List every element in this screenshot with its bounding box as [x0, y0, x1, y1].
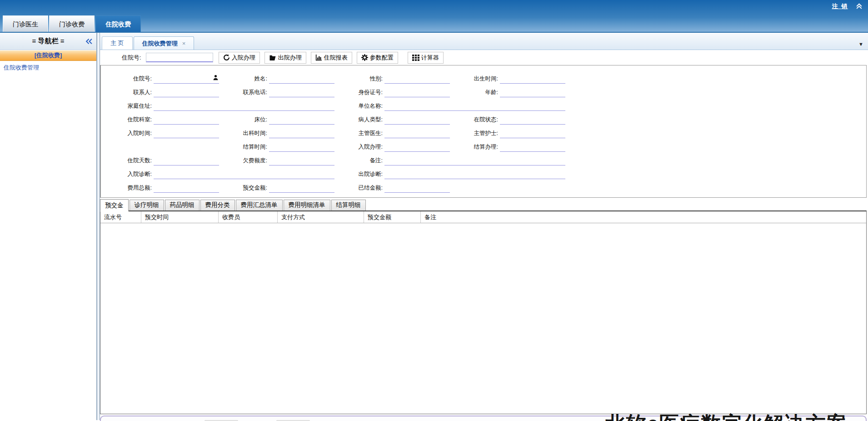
inpatient-report-button[interactable]: 住院报表: [311, 52, 352, 64]
watermark-text: 北软e医疗数字化解决方案: [605, 411, 847, 421]
col-prepaid-amount[interactable]: 预交金额: [364, 211, 421, 223]
top-header: 注 销 门诊医生 门诊收费 住院收费: [0, 0, 868, 33]
sidebar-splitter[interactable]: [97, 33, 100, 420]
field-patient-type: 病人类型:: [334, 115, 450, 125]
tab-outpatient-doctor[interactable]: 门诊医生: [3, 15, 48, 32]
field-settle-time: 结算时间:: [219, 142, 334, 152]
collapse-header-icon[interactable]: [856, 3, 863, 11]
field-value: [269, 90, 334, 97]
field-label: 预交金额:: [219, 184, 267, 193]
subtab-settlement-detail[interactable]: 结算明细: [331, 200, 366, 210]
field-value: [269, 130, 334, 138]
field-value: [269, 185, 334, 193]
table-body-empty: [100, 223, 866, 414]
field-spacer: [104, 142, 219, 152]
field-label: 性别:: [334, 75, 383, 84]
field-label: 在院状态:: [450, 116, 498, 125]
field-label: 入院诊断:: [104, 170, 152, 179]
doc-tab-inpatient-billing-mgmt[interactable]: 住院收费管理 ×: [134, 36, 195, 50]
doc-tab-home[interactable]: 主 页: [102, 36, 133, 50]
col-prepaid-time[interactable]: 预交时间: [141, 211, 219, 223]
field-value: [269, 158, 334, 165]
field-value: [384, 158, 565, 165]
discharge-button[interactable]: 出院办理: [264, 52, 306, 64]
field-value: [154, 90, 219, 97]
col-payment-method[interactable]: 支付方式: [278, 211, 364, 223]
field-settle-operator: 结算办理:: [450, 142, 565, 152]
field-label: 结算时间:: [219, 143, 267, 152]
document-tabstrip: 主 页 住院收费管理 × ▼: [100, 33, 868, 50]
field-birth-time: 出生时间:: [450, 74, 565, 84]
field-label: 住院天数:: [104, 157, 152, 165]
col-remark[interactable]: 备注: [421, 211, 866, 223]
field-value: [154, 76, 219, 84]
field-label: 结算办理:: [450, 143, 498, 152]
field-value: [384, 130, 450, 138]
col-cashier[interactable]: 收费员: [219, 211, 278, 223]
field-value: [154, 117, 219, 125]
field-value: [384, 144, 450, 152]
tab-outpatient-billing[interactable]: 门诊收费: [49, 15, 95, 32]
field-label: 费用总额:: [104, 184, 152, 193]
calculator-button-label: 计算器: [421, 54, 439, 62]
field-label: 年龄:: [450, 89, 498, 97]
field-chief-nurse: 主管护士:: [450, 128, 565, 138]
subtab-treatment-detail[interactable]: 诊疗明细: [130, 200, 164, 210]
field-label: 欠费额度:: [219, 157, 267, 165]
person-icon[interactable]: [213, 74, 218, 82]
field-label: 姓名:: [219, 75, 267, 84]
parameter-config-button[interactable]: 参数配置: [357, 52, 398, 64]
prepaid-table: 流水号 预交时间 收费员 支付方式 预交金额 备注: [100, 210, 867, 414]
field-value: [384, 103, 565, 111]
field-department: 住院科室:: [104, 115, 219, 125]
field-total-cost: 费用总额:: [104, 183, 219, 193]
field-value: [500, 130, 565, 138]
field-name: 姓名:: [219, 74, 334, 84]
field-inpatient-status: 在院状态:: [450, 115, 565, 125]
field-prepaid-amount: 预交金额:: [219, 183, 334, 193]
gear-icon: [361, 54, 368, 61]
sidebar-item-inpatient-billing-mgmt[interactable]: 住院收费管理: [0, 61, 96, 75]
calculator-button[interactable]: 计算器: [408, 52, 444, 64]
tab-list-dropdown-icon[interactable]: ▼: [858, 41, 863, 47]
field-label: 联系电话:: [219, 89, 267, 97]
field-age: 年龄:: [450, 87, 565, 97]
field-label: 家庭住址:: [104, 102, 152, 111]
logout-link[interactable]: 注 销: [832, 2, 848, 10]
field-remark: 备注:: [334, 155, 565, 165]
field-label: 住院号:: [104, 75, 152, 84]
patient-no-input[interactable]: [146, 53, 213, 62]
toolbar-buttons: 入院办理 出院办理 住院报表 参数配置 计算器: [219, 52, 448, 64]
doc-tab-label: 住院收费管理: [142, 37, 178, 50]
subtab-cost-detail-list[interactable]: 费用明细清单: [284, 200, 330, 210]
field-value: [269, 76, 334, 84]
sidebar-section-header: [住院收费]: [0, 50, 96, 61]
admission-button[interactable]: 入院办理: [219, 52, 260, 64]
main-content: 主 页 住院收费管理 × ▼ 住院号: 入院办理 出院办理: [100, 33, 868, 420]
subtab-cost-category[interactable]: 费用分类: [200, 200, 235, 210]
col-serial-no[interactable]: 流水号: [100, 211, 141, 223]
patient-info-panel: 住院号: 姓名: 性别: 出生时间: 联系人: 联系电话: 身份证号: 年龄: …: [100, 65, 867, 198]
field-discharge-diagnosis: 出院诊断:: [334, 169, 565, 179]
field-value: [384, 185, 450, 193]
field-value: [384, 117, 450, 125]
parameter-config-button-label: 参数配置: [370, 54, 394, 62]
field-inpatient-no: 住院号:: [104, 74, 219, 84]
subtab-drug-detail[interactable]: 药品明细: [165, 200, 200, 210]
close-tab-icon[interactable]: ×: [182, 37, 186, 50]
bar-chart-icon: [315, 54, 322, 61]
field-label: 床位:: [219, 116, 267, 125]
field-label: 联系人:: [104, 89, 152, 97]
field-id-number: 身份证号:: [334, 87, 450, 97]
sidebar-collapse-icon[interactable]: [85, 38, 93, 46]
field-inpatient-days: 住院天数:: [104, 155, 219, 165]
subtab-prepaid[interactable]: 预交金: [100, 199, 129, 211]
discharge-button-label: 出院办理: [278, 54, 302, 62]
field-value: [384, 90, 450, 97]
subtab-cost-summary-list[interactable]: 费用汇总清单: [236, 200, 283, 210]
field-value: [154, 103, 334, 111]
field-label: 主管医生:: [334, 130, 383, 138]
field-value: [500, 144, 565, 152]
tab-inpatient-billing[interactable]: 住院收费: [95, 15, 141, 32]
field-label: 单位名称:: [334, 102, 383, 111]
